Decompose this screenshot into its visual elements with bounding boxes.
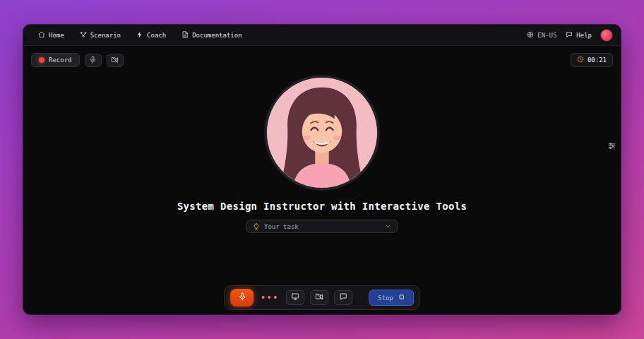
camera-off-icon xyxy=(315,292,323,303)
clock-icon xyxy=(577,56,584,64)
record-button[interactable]: Record xyxy=(31,53,80,67)
monitor-icon xyxy=(291,292,299,303)
chat-button[interactable] xyxy=(334,290,352,305)
stop-square-icon xyxy=(398,294,405,302)
task-dropdown[interactable]: Your task xyxy=(246,220,398,233)
help-label: Help xyxy=(576,32,592,39)
nav-item-home[interactable]: Home xyxy=(32,28,71,42)
help-button[interactable]: Help xyxy=(566,31,592,40)
nav-item-documentation[interactable]: Documentation xyxy=(175,28,248,42)
home-icon xyxy=(38,31,45,40)
language-label: EN-US xyxy=(537,32,556,39)
document-icon xyxy=(181,31,189,40)
top-navbar: Home Scenario Coach Documentation EN-US … xyxy=(23,25,621,46)
nav-item-label: Scenario xyxy=(90,32,121,39)
task-dropdown-label: Your task xyxy=(264,223,299,230)
help-bubble-icon xyxy=(566,31,573,40)
record-dot-icon xyxy=(39,57,44,63)
page-title: System Design Instructor with Interactiv… xyxy=(23,201,621,212)
camera-off-icon xyxy=(111,55,119,66)
camera-toggle-button[interactable] xyxy=(310,290,328,305)
nav-item-label: Home xyxy=(49,32,64,39)
microphone-icon xyxy=(89,55,97,66)
user-avatar[interactable] xyxy=(601,30,612,41)
globe-icon xyxy=(527,31,534,40)
timer-value: 00:21 xyxy=(588,56,607,64)
more-options-button[interactable]: ••• xyxy=(259,293,280,302)
nav-item-coach[interactable]: Coach xyxy=(130,28,172,42)
session-timer-badge: 00:21 xyxy=(571,53,613,67)
nav-item-scenario[interactable]: Scenario xyxy=(73,28,127,42)
screen-share-button[interactable] xyxy=(286,290,304,305)
call-control-bar: ••• Stop xyxy=(224,285,420,310)
mic-toggle-button[interactable] xyxy=(230,289,254,307)
chevron-down-icon xyxy=(385,223,391,230)
navbar-right: EN-US Help xyxy=(527,30,612,41)
stop-button[interactable]: Stop xyxy=(369,290,414,306)
toolbar-mic-button[interactable] xyxy=(85,54,102,67)
settings-sliders-toggle[interactable] xyxy=(607,141,616,153)
lightbulb-icon xyxy=(253,223,260,230)
toolbar-camera-off-button[interactable] xyxy=(107,54,124,67)
chat-bubble-icon xyxy=(339,292,347,303)
nav-item-label: Coach xyxy=(147,32,166,39)
recorder-toolbar: Record 00:21 xyxy=(23,46,621,67)
record-label: Record xyxy=(49,56,72,64)
instructor-avatar-illustration xyxy=(265,76,379,190)
sliders-icon xyxy=(607,142,616,153)
scenario-icon xyxy=(80,31,87,40)
microphone-icon xyxy=(238,292,246,303)
lightning-icon xyxy=(136,31,143,40)
language-selector[interactable]: EN-US xyxy=(527,31,556,40)
app-window: Home Scenario Coach Documentation EN-US … xyxy=(23,25,621,314)
nav-item-label: Documentation xyxy=(192,32,242,39)
stop-label: Stop xyxy=(378,295,393,302)
